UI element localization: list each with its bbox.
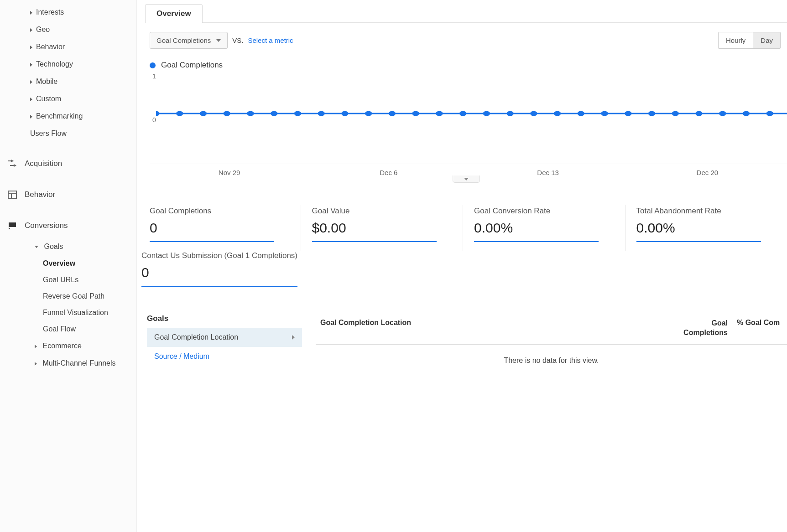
table-header-percent[interactable]: % Goal Com xyxy=(732,314,787,344)
sidebar-item-ecommerce[interactable]: Ecommerce xyxy=(0,337,136,355)
chart-collapse-handle[interactable] xyxy=(453,176,480,183)
sidebar-item-benchmarking[interactable]: Benchmarking xyxy=(0,108,136,125)
sidebar-item-goal-flow[interactable]: Goal Flow xyxy=(0,321,136,337)
sidebar-item-geo[interactable]: Geo xyxy=(0,21,136,38)
sidebar-item-behavior[interactable]: Behavior xyxy=(0,38,136,56)
dimension-source-medium[interactable]: Source / Medium xyxy=(147,347,302,366)
select-comparison-metric[interactable]: Select a metric xyxy=(248,36,293,44)
chart-legend: Goal Completions xyxy=(150,61,787,70)
chevron-right-icon xyxy=(30,98,32,101)
sidebar-item-overview[interactable]: Overview xyxy=(0,255,136,272)
svg-point-23 xyxy=(601,111,608,116)
metric-value: 0.00% xyxy=(636,220,778,236)
sidebar-item-goal-urls[interactable]: Goal URLs xyxy=(0,272,136,288)
svg-point-19 xyxy=(506,111,513,116)
y-tick: 0 xyxy=(152,116,156,124)
sidebar-item-technology[interactable]: Technology xyxy=(0,56,136,73)
sidebar-item-users-flow[interactable]: Users Flow xyxy=(0,125,136,142)
y-tick: 1 xyxy=(152,72,156,80)
svg-point-28 xyxy=(719,111,726,116)
sidebar-item-mobile[interactable]: Mobile xyxy=(0,73,136,90)
x-axis: Nov 29 Dec 6 Dec 13 Dec 20 xyxy=(150,164,787,176)
vs-label: VS. xyxy=(232,36,243,44)
sidebar-item-label: Ecommerce xyxy=(42,342,81,350)
highlighted-goal-metric[interactable]: Contact Us Submission (Goal 1 Completion… xyxy=(141,251,297,287)
metric-label: Goal Value xyxy=(312,207,454,216)
sidebar-item-label: Technology xyxy=(36,60,73,68)
sidebar-item-label: Overview xyxy=(43,259,75,267)
metric-goal-value[interactable]: Goal Value $0.00 xyxy=(312,205,464,251)
interval-label: Hourly xyxy=(726,36,745,44)
sidebar: InterestsGeoBehaviorTechnologyMobileCust… xyxy=(0,0,137,532)
chevron-down-icon xyxy=(464,178,469,181)
x-tick: Dec 13 xyxy=(469,169,628,176)
sidebar-section-label: Behavior xyxy=(25,190,55,199)
svg-point-11 xyxy=(318,111,325,116)
metric-cards: Goal Completions 0 Goal Value $0.00 Goal… xyxy=(150,205,787,251)
sparkline xyxy=(474,241,599,242)
sidebar-section-acquisition[interactable]: Acquisition xyxy=(0,154,136,173)
sidebar-item-reverse-goal-path[interactable]: Reverse Goal Path xyxy=(0,288,136,305)
chevron-right-icon xyxy=(30,28,32,32)
conversions-icon xyxy=(6,221,18,231)
sidebar-item-label: Geo xyxy=(36,26,50,33)
svg-point-13 xyxy=(365,111,372,116)
dimension-heading: Goals xyxy=(147,314,302,323)
sparkline xyxy=(150,241,274,242)
dimension-goal-completion-location[interactable]: Goal Completion Location xyxy=(147,328,302,347)
chevron-right-icon xyxy=(30,115,32,119)
svg-point-9 xyxy=(271,111,277,116)
dimension-label: Source / Medium xyxy=(154,352,209,361)
sidebar-item-multichannel-funnels[interactable]: Multi-Channel Funnels xyxy=(0,355,136,372)
dimension-label: Goal Completion Location xyxy=(154,333,238,341)
table-header-completions[interactable]: Goal Completions xyxy=(668,314,732,344)
dropdown-label: Goal Completions xyxy=(156,36,211,44)
svg-point-6 xyxy=(200,111,207,116)
metric-label: Goal Conversion Rate xyxy=(474,207,616,216)
sidebar-item-label: Mobile xyxy=(36,77,57,85)
interval-hourly[interactable]: Hourly xyxy=(719,32,753,48)
sidebar-section-conversions[interactable]: Conversions xyxy=(0,216,136,235)
legend-dot-icon xyxy=(150,62,156,68)
sidebar-section-behavior[interactable]: Behavior xyxy=(0,185,136,204)
metric-total-abandonment-rate[interactable]: Total Abandonment Rate 0.00% xyxy=(636,205,787,251)
goals-data-table: Goal Completion Location Goal Completion… xyxy=(316,314,787,377)
metric-value: 0 xyxy=(141,265,297,280)
interval-label: Day xyxy=(761,36,773,44)
metric-goal-conversion-rate[interactable]: Goal Conversion Rate 0.00% xyxy=(474,205,625,251)
primary-metric-dropdown[interactable]: Goal Completions xyxy=(150,32,228,49)
svg-point-15 xyxy=(412,111,419,116)
sidebar-item-goals[interactable]: Goals xyxy=(0,238,136,255)
svg-point-18 xyxy=(483,111,490,116)
x-tick: Dec 6 xyxy=(309,169,468,176)
metric-goal-completions[interactable]: Goal Completions 0 xyxy=(150,205,301,251)
svg-point-26 xyxy=(672,111,679,116)
sidebar-item-label: Funnel Visualization xyxy=(43,309,108,316)
metric-label: Goal Completions xyxy=(150,207,292,216)
svg-point-17 xyxy=(459,111,466,116)
sidebar-item-interests[interactable]: Interests xyxy=(0,4,136,21)
x-tick: Nov 29 xyxy=(150,169,309,176)
chevron-down-icon xyxy=(216,39,221,42)
sidebar-item-funnel-visualization[interactable]: Funnel Visualization xyxy=(0,305,136,321)
chevron-right-icon xyxy=(292,335,295,340)
svg-point-10 xyxy=(294,111,301,116)
sidebar-item-label: Reverse Goal Path xyxy=(43,292,104,300)
svg-point-16 xyxy=(436,111,443,116)
svg-point-8 xyxy=(247,111,254,116)
dimension-picker: Goals Goal Completion Location Source / … xyxy=(147,314,302,366)
timeline-chart[interactable]: 1 0 xyxy=(150,72,787,164)
tab-overview[interactable]: Overview xyxy=(145,4,203,23)
chevron-right-icon xyxy=(35,362,37,366)
svg-point-12 xyxy=(341,111,348,116)
interval-day[interactable]: Day xyxy=(753,32,780,48)
table-header-location[interactable]: Goal Completion Location xyxy=(316,314,668,344)
metric-value: 0 xyxy=(150,220,292,236)
metric-value: $0.00 xyxy=(312,220,454,236)
sparkline xyxy=(141,286,297,287)
main-content: Overview Goal Completions VS. Select a m… xyxy=(137,0,787,532)
sidebar-item-label: Custom xyxy=(36,95,61,103)
sidebar-item-label: Goals xyxy=(44,243,63,250)
chevron-right-icon xyxy=(30,80,32,84)
sidebar-item-custom[interactable]: Custom xyxy=(0,90,136,108)
